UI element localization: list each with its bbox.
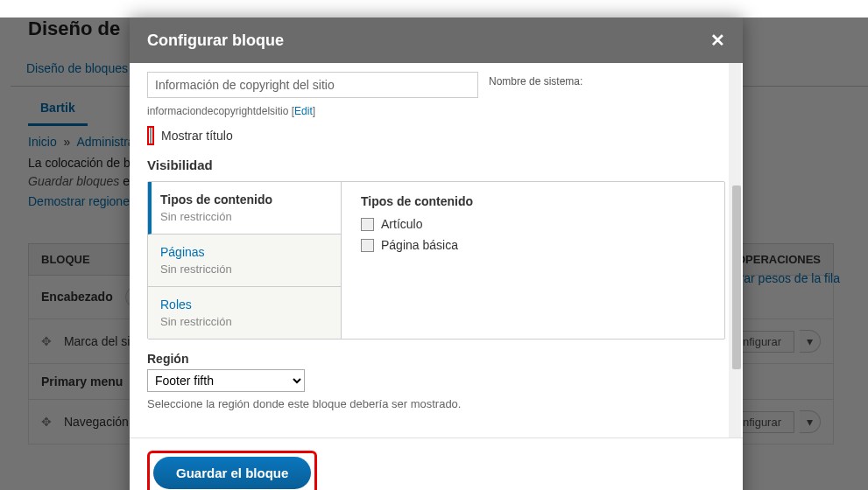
configure-block-dialog: Configurar bloque ✕ Nombre de sistema: i…: [130, 18, 743, 490]
highlight-box: [147, 126, 154, 145]
block-title-input[interactable]: [147, 72, 478, 98]
dialog-header: Configurar bloque ✕: [130, 18, 743, 63]
region-label: Región: [147, 352, 725, 366]
vtab-roles-desc: Sin restricción: [160, 315, 328, 328]
option-article-label: Artículo: [381, 217, 422, 231]
system-name-label: Nombre de sistema:: [489, 75, 582, 88]
dialog-footer: Guardar el bloque: [130, 438, 743, 490]
vtab-pages-title: Páginas: [160, 245, 328, 259]
vtab-content-types-title: Tipos de contenido: [160, 192, 328, 206]
edit-machine-name-link[interactable]: Edit: [294, 105, 313, 117]
option-article-checkbox[interactable]: [361, 218, 374, 231]
save-block-button[interactable]: Guardar el bloque: [153, 457, 311, 489]
dialog-title: Configurar bloque: [147, 32, 284, 50]
pane-heading: Tipos de contenido: [361, 194, 705, 208]
option-basic-page-checkbox[interactable]: [361, 239, 374, 252]
scrollbar-thumb[interactable]: [732, 186, 741, 369]
option-basic-page-label: Página básica: [381, 238, 458, 252]
display-title-checkbox[interactable]: [150, 128, 152, 144]
vtab-roles-title: Roles: [160, 298, 328, 312]
highlight-box: Guardar el bloque: [147, 451, 317, 490]
close-icon[interactable]: ✕: [710, 30, 725, 51]
machine-name: informaciondecopyrightdelsitio: [147, 105, 288, 117]
vtab-roles[interactable]: Roles Sin restricción: [148, 287, 341, 339]
visibility-pane: Tipos de contenido Artículo Página básic…: [342, 182, 724, 339]
region-select[interactable]: Footer fifth: [147, 369, 305, 392]
vtab-content-types[interactable]: Tipos de contenido Sin restricción: [148, 182, 341, 234]
region-hint: Seleccione la región donde este bloque d…: [147, 397, 725, 410]
vtab-content-types-desc: Sin restricción: [160, 210, 328, 223]
visibility-panel: Tipos de contenido Sin restricción Págin…: [147, 181, 725, 340]
vtab-pages-desc: Sin restricción: [160, 262, 328, 276]
vtab-pages[interactable]: Páginas Sin restricción: [148, 234, 341, 287]
display-title-label: Mostrar título: [161, 129, 233, 143]
visibility-heading: Visibilidad: [147, 158, 725, 172]
